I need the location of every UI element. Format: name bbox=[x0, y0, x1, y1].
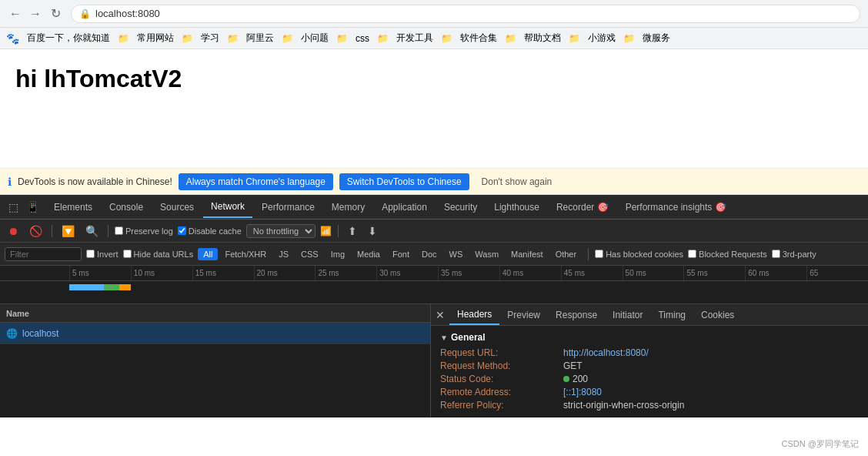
tab-performance-insights[interactable]: Performance insights 🎯 bbox=[618, 196, 734, 218]
refresh-button[interactable]: ↻ bbox=[48, 6, 63, 22]
dont-show-button[interactable]: Don't show again bbox=[476, 173, 559, 190]
tab-lighthouse[interactable]: Lighthouse bbox=[486, 196, 547, 218]
wifi-icon: 📶 bbox=[320, 226, 332, 236]
bookmark-games[interactable]: 小游戏 bbox=[583, 30, 620, 46]
switch-chinese-button[interactable]: Switch DevTools to Chinese bbox=[339, 173, 469, 190]
bookmark-devtools[interactable]: 开发工具 bbox=[392, 30, 438, 46]
bookmark-software[interactable]: 软件合集 bbox=[456, 30, 502, 46]
has-blocked-cookies-label[interactable]: Has blocked cookies bbox=[595, 250, 683, 259]
detail-tab-timing[interactable]: Timing bbox=[650, 304, 693, 325]
bookmark-xwt[interactable]: 小问题 bbox=[296, 30, 333, 46]
mark-55ms: 55 ms bbox=[683, 266, 745, 280]
mark-60ms: 60 ms bbox=[745, 266, 806, 280]
page-content: hi lhTomcatV2 bbox=[0, 49, 868, 169]
folder-icon-10: 📁 bbox=[623, 33, 635, 44]
bar-blue bbox=[69, 284, 104, 290]
bookmark-help[interactable]: 帮助文档 bbox=[519, 30, 566, 46]
filter-toggle[interactable]: 🔽 bbox=[58, 223, 78, 239]
tab-memory[interactable]: Memory bbox=[324, 196, 372, 218]
upload-button[interactable]: ⬆ bbox=[345, 223, 360, 239]
bookmark-baidu[interactable]: 百度一下，你就知道 bbox=[22, 30, 115, 46]
mark-10ms: 10 ms bbox=[131, 266, 192, 280]
address-bar[interactable]: 🔒 localhost:8080 bbox=[71, 5, 860, 23]
detail-row-status: Status Code: 200 bbox=[440, 374, 859, 384]
filter-ws[interactable]: WS bbox=[444, 248, 469, 260]
bookmark-aliyun[interactable]: 阿里云 bbox=[242, 30, 279, 46]
filter-input[interactable] bbox=[5, 247, 82, 261]
blocked-requests-label[interactable]: Blocked Requests bbox=[688, 250, 767, 259]
devtools-notification: ℹ DevTools is now available in Chinese! … bbox=[0, 169, 868, 195]
requests-header: Name bbox=[0, 304, 430, 323]
filter-media[interactable]: Media bbox=[352, 248, 386, 260]
lock-icon: 🔒 bbox=[79, 8, 91, 19]
back-button[interactable]: ← bbox=[8, 6, 23, 22]
folder-icon-9: 📁 bbox=[569, 33, 580, 44]
filter-js[interactable]: JS bbox=[273, 248, 294, 260]
filter-css[interactable]: CSS bbox=[295, 248, 324, 260]
detail-tab-cookies[interactable]: Cookies bbox=[693, 304, 742, 325]
detail-tab-initiator[interactable]: Initiator bbox=[605, 304, 650, 325]
search-button[interactable]: 🔍 bbox=[82, 223, 102, 239]
third-party-label[interactable]: 3rd-party bbox=[772, 250, 816, 259]
folder-icon-1: 📁 bbox=[118, 33, 129, 44]
folder-icon-4: 📁 bbox=[282, 33, 293, 44]
mark-30ms: 30 ms bbox=[376, 266, 438, 280]
mobile-icon[interactable]: 📱 bbox=[24, 199, 42, 216]
folder-icon-6: 📁 bbox=[377, 33, 389, 44]
preserve-log-checkbox[interactable] bbox=[115, 226, 123, 235]
throttle-select[interactable]: No throttling bbox=[246, 224, 315, 238]
blocked-requests-checkbox[interactable] bbox=[688, 250, 696, 258]
mark-65: 65 bbox=[806, 266, 868, 280]
filter-wasm[interactable]: Wasm bbox=[469, 248, 504, 260]
record-button[interactable]: ⏺ bbox=[5, 223, 22, 239]
detail-tab-preview[interactable]: Preview bbox=[499, 304, 548, 325]
detail-row-referrer: Referrer Policy: strict-origin-when-cros… bbox=[440, 400, 859, 411]
tab-network[interactable]: Network bbox=[203, 196, 252, 218]
blocked-cookies-checkbox[interactable] bbox=[595, 250, 603, 258]
filter-all[interactable]: All bbox=[198, 248, 218, 260]
filter-fetch-xhr[interactable]: Fetch/XHR bbox=[219, 248, 272, 260]
preserve-log-label[interactable]: Preserve log bbox=[115, 226, 173, 236]
filter-doc[interactable]: Doc bbox=[416, 248, 442, 260]
tab-sources[interactable]: Sources bbox=[152, 196, 202, 218]
tab-recorder[interactable]: Recorder 🎯 bbox=[549, 196, 616, 218]
remote-value: [::1]:8080 bbox=[563, 387, 602, 397]
folder-icon-7: 📁 bbox=[441, 33, 452, 44]
invert-label[interactable]: Invert bbox=[86, 250, 119, 259]
bookmark-common[interactable]: 常用网站 bbox=[132, 30, 179, 46]
general-section-header[interactable]: ▼ General bbox=[440, 332, 859, 343]
match-language-button[interactable]: Always match Chrome's language bbox=[179, 173, 333, 190]
general-title: General bbox=[451, 332, 486, 343]
tab-performance[interactable]: Performance bbox=[254, 196, 322, 218]
cursor-icon[interactable]: ⬚ bbox=[6, 199, 21, 216]
bookmark-css[interactable]: css bbox=[351, 32, 374, 45]
disable-cache-label[interactable]: Disable cache bbox=[178, 226, 242, 236]
bookmark-microservice[interactable]: 微服务 bbox=[638, 30, 675, 46]
invert-checkbox[interactable] bbox=[86, 250, 95, 258]
bookmark-study[interactable]: 学习 bbox=[196, 30, 224, 46]
hide-data-urls-checkbox[interactable] bbox=[123, 250, 132, 258]
mark-20ms: 20 ms bbox=[254, 266, 315, 280]
filter-manifest[interactable]: Manifest bbox=[506, 248, 549, 260]
clear-button[interactable]: 🚫 bbox=[26, 223, 45, 239]
filter-img[interactable]: Img bbox=[326, 248, 350, 260]
request-name: localhost bbox=[22, 328, 58, 339]
url-value: http://localhost:8080/ bbox=[563, 347, 649, 358]
download-button[interactable]: ⬇ bbox=[365, 223, 380, 239]
disable-cache-checkbox[interactable] bbox=[178, 226, 186, 235]
detail-tab-response[interactable]: Response bbox=[548, 304, 605, 325]
tab-elements[interactable]: Elements bbox=[46, 196, 100, 218]
filter-other[interactable]: Other bbox=[550, 248, 583, 260]
tab-application[interactable]: Application bbox=[374, 196, 435, 218]
third-party-checkbox[interactable] bbox=[772, 250, 780, 258]
filter-font[interactable]: Font bbox=[387, 248, 415, 260]
tab-security[interactable]: Security bbox=[436, 196, 485, 218]
hide-data-urls-label[interactable]: Hide data URLs bbox=[123, 250, 194, 259]
tab-console[interactable]: Console bbox=[102, 196, 151, 218]
detail-tab-headers[interactable]: Headers bbox=[449, 304, 499, 325]
close-button[interactable]: ✕ bbox=[436, 309, 445, 321]
mark-25ms: 25 ms bbox=[315, 266, 376, 280]
request-localhost[interactable]: 🌐 localhost bbox=[0, 323, 430, 344]
forward-button[interactable]: → bbox=[28, 6, 43, 22]
mark-15ms: 15 ms bbox=[192, 266, 254, 280]
